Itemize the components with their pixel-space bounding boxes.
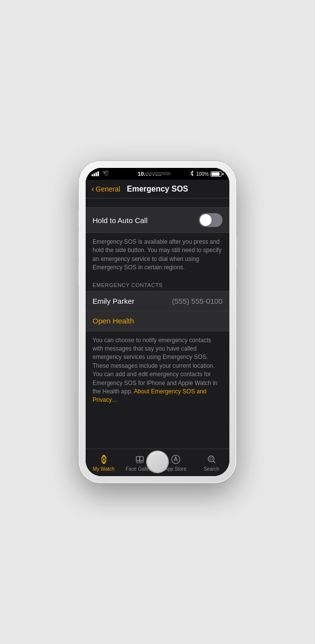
screen: 10:09 AM 100% xyxy=(86,168,229,476)
svg-point-5 xyxy=(103,459,104,460)
speaker-grille xyxy=(144,172,171,175)
search-tab-label: Search xyxy=(204,466,220,472)
privacy-description: You can choose to notify emergency conta… xyxy=(86,331,229,412)
description-text-1: Emergency SOS is available after you pre… xyxy=(86,233,229,279)
navigation-bar: ‹ General Emergency SOS xyxy=(86,180,229,198)
svg-rect-7 xyxy=(140,456,143,461)
tab-my-watch[interactable]: My Watch xyxy=(86,453,122,472)
screen-area: 10:09 AM 100% xyxy=(86,168,229,476)
front-camera xyxy=(104,172,108,176)
hold-auto-call-toggle[interactable] xyxy=(199,213,222,227)
content-area: Hold to Auto Call Emergency SOS is avail… xyxy=(86,198,229,449)
volume-up-button[interactable] xyxy=(77,232,79,257)
page-title: Emergency SOS xyxy=(127,185,189,193)
contact-phone: (555) 555-0100 xyxy=(172,297,222,305)
svg-line-13 xyxy=(213,461,215,463)
hold-auto-call-label: Hold to Auto Call xyxy=(93,216,148,225)
hold-auto-call-row: Hold to Auto Call xyxy=(86,208,229,232)
phone-top-bar xyxy=(86,168,229,182)
emergency-contacts-header: EMERGENCY CONTACTS xyxy=(86,279,229,291)
back-label: General xyxy=(95,185,120,193)
phone-frame: 10:09 AM 100% xyxy=(79,161,236,483)
svg-rect-3 xyxy=(102,455,105,456)
svg-point-14 xyxy=(210,457,213,460)
home-button[interactable] xyxy=(147,451,168,472)
back-chevron-icon: ‹ xyxy=(92,185,94,193)
tab-search[interactable]: Search xyxy=(193,453,229,472)
svg-rect-6 xyxy=(136,456,140,461)
my-watch-tab-label: My Watch xyxy=(93,466,114,472)
contact-row[interactable]: Emily Parker (555) 555-0100 xyxy=(86,291,229,311)
privacy-desc-prefix: You can choose to notify emergency conta… xyxy=(93,337,218,395)
volume-down-button[interactable] xyxy=(77,262,79,287)
open-health-link[interactable]: Open Health xyxy=(93,317,134,325)
open-health-row[interactable]: Open Health xyxy=(86,311,229,331)
contact-name: Emily Parker xyxy=(93,297,134,305)
toggle-knob xyxy=(200,214,212,226)
hold-auto-call-section: Hold to Auto Call xyxy=(86,207,229,233)
search-icon xyxy=(206,453,218,465)
app-store-tab-label: App Store xyxy=(164,466,186,472)
app-store-icon xyxy=(170,453,182,465)
face-gallery-icon xyxy=(134,453,146,465)
svg-rect-4 xyxy=(102,462,105,464)
back-button[interactable]: ‹ General xyxy=(92,185,120,193)
power-button[interactable] xyxy=(236,237,238,269)
spacer-1 xyxy=(86,198,229,207)
my-watch-icon xyxy=(98,453,110,465)
